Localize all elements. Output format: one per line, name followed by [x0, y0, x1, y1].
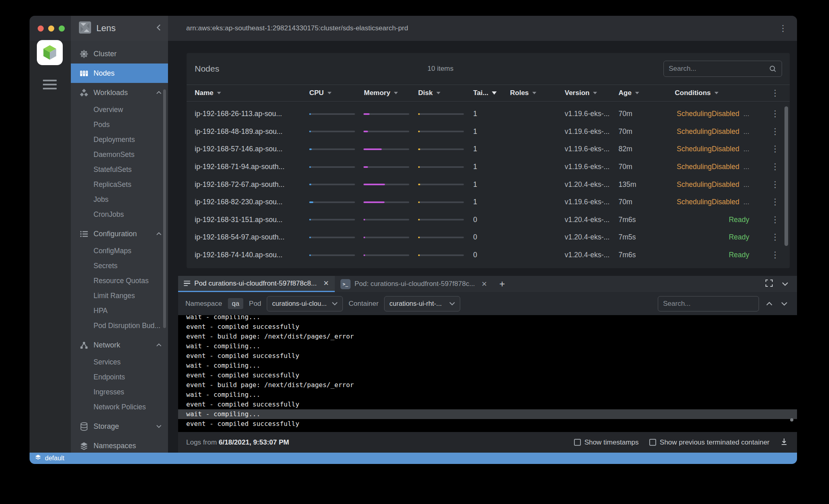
sidebar-item-services[interactable]: Services [71, 355, 168, 370]
close-window-button[interactable] [38, 25, 44, 32]
table-row[interactable]: ip-192-168-72-67.ap-south... 1 v1.20.4-e… [187, 176, 790, 193]
sidebar-item-namespaces[interactable]: Namespaces [71, 436, 168, 453]
sidebar-item-storage[interactable]: Storage [71, 417, 168, 436]
sidebar-item-network[interactable]: Network [71, 335, 168, 355]
workloads-cubes-icon [79, 88, 89, 97]
sidebar-item-configmaps[interactable]: ConfigMaps [71, 244, 168, 258]
sidebar-item-overview[interactable]: Overview [71, 102, 168, 117]
sidebar-item-limit-ranges[interactable]: Limit Ranges [71, 288, 168, 303]
column-header-age[interactable]: Age [619, 89, 675, 97]
chevron-up-icon [156, 232, 162, 235]
collapse-sidebar-icon[interactable] [156, 24, 162, 33]
log-scrollbar[interactable] [790, 418, 793, 421]
close-tab-icon[interactable]: ✕ [481, 280, 487, 288]
table-row[interactable]: ip-192-168-26-113.ap-sou... 1 v1.19.6-ek… [187, 105, 790, 123]
row-menu-kebab-icon[interactable]: ⋮ [771, 110, 780, 118]
tab-pod-logs[interactable]: Pod curations-ui-cloudfront-597f878c8...… [178, 276, 335, 292]
row-menu-kebab-icon[interactable]: ⋮ [771, 216, 780, 224]
log-line: event - compiled successfully [178, 322, 797, 332]
sidebar-item-jobs[interactable]: Jobs [71, 192, 168, 207]
fullscreen-icon[interactable] [765, 279, 773, 289]
show-previous-container-checkbox[interactable]: Show previous terminated container [649, 438, 769, 447]
cpu-bar [309, 219, 355, 220]
sidebar-item-daemonsets[interactable]: DaemonSets [71, 147, 168, 162]
sidebar-item-secrets[interactable]: Secrets [71, 258, 168, 273]
cpu-bar [309, 148, 355, 150]
show-timestamps-checkbox[interactable]: Show timestamps [574, 438, 639, 447]
column-header-roles[interactable]: Roles [501, 89, 565, 97]
table-row[interactable]: ip-192-168-48-189.ap-sou... 1 v1.19.6-ek… [187, 123, 790, 141]
close-tab-icon[interactable]: ✕ [323, 279, 329, 288]
active-namespace[interactable]: default [45, 455, 64, 462]
sidebar-item-replicasets[interactable]: ReplicaSets [71, 177, 168, 192]
sidebar-item-pod-disruption-budgets[interactable]: Pod Disruption Bud... [71, 318, 168, 333]
nodes-panel: Nodes 10 items Name CPU Memory Disk [187, 53, 790, 268]
tab-pod-shell[interactable]: >_ Pod: curations-ui-cloudfront-597f878c… [335, 276, 493, 292]
column-header-cpu[interactable]: CPU [302, 89, 356, 97]
cpu-bar [309, 166, 355, 168]
namespace-badge: qa [228, 298, 243, 309]
column-header-memory[interactable]: Memory [356, 89, 411, 97]
column-header-name[interactable]: Name [195, 89, 302, 97]
pod-select[interactable]: curations-ui-clou... [267, 296, 343, 311]
titlebar: Lens arn:aws:eks:ap-southeast-1:29821433… [30, 16, 797, 41]
dock-tabbar: Pod curations-ui-cloudfront-597f878c8...… [178, 276, 797, 292]
sidebar-item-ingresses[interactable]: Ingresses [71, 385, 168, 400]
sidebar-item-deployments[interactable]: Deployments [71, 132, 168, 147]
disk-bar [418, 148, 464, 150]
row-menu-kebab-icon[interactable]: ⋮ [771, 251, 780, 259]
sidebar-item-hpa[interactable]: HPA [71, 303, 168, 318]
column-header-conditions[interactable]: Conditions [675, 89, 764, 97]
row-menu-kebab-icon[interactable]: ⋮ [771, 198, 780, 206]
previous-match-chevron-icon[interactable] [765, 300, 774, 307]
table-row[interactable]: ip-192-168-57-146.ap-sou... 1 v1.19.6-ek… [187, 140, 790, 158]
cluster-title-bar: arn:aws:eks:ap-southeast-1:298214330175:… [168, 16, 797, 41]
column-header-taints[interactable]: Tai... [466, 89, 501, 97]
sidebar-item-pods[interactable]: Pods [71, 117, 168, 132]
row-menu-kebab-icon[interactable]: ⋮ [771, 145, 780, 153]
row-menu-kebab-icon[interactable]: ⋮ [771, 127, 780, 136]
download-logs-icon[interactable] [780, 438, 788, 447]
new-tab-button[interactable]: + [493, 276, 512, 292]
main-area: Nodes 10 items Name CPU Memory Disk [168, 41, 797, 453]
window-controls [30, 16, 71, 41]
table-row[interactable]: ip-192-168-74-140.ap-sou... 0 v1.20.4-ek… [187, 246, 790, 264]
sidebar-item-resource-quotas[interactable]: Resource Quotas [71, 273, 168, 288]
zoom-window-button[interactable] [59, 25, 65, 32]
sidebar-item-statefulsets[interactable]: StatefulSets [71, 162, 168, 177]
log-line: wait - compiling... [178, 390, 797, 400]
memory-bar [363, 184, 409, 185]
nodes-panel-header: Nodes 10 items [187, 53, 790, 85]
container-select[interactable]: curations-ui-rht-... [384, 296, 460, 311]
window-menu-kebab-icon[interactable]: ⋮ [779, 24, 787, 33]
sidebar-item-cronjobs[interactable]: CronJobs [71, 207, 168, 222]
sidebar-item-endpoints[interactable]: Endpoints [71, 370, 168, 385]
log-search-input[interactable] [663, 300, 752, 308]
table-row[interactable]: ip-192-168-82-230.ap-sou... 1 v1.19.6-ek… [187, 193, 790, 211]
minimize-window-button[interactable] [48, 25, 54, 32]
sidebar-item-nodes[interactable]: Nodes [71, 64, 168, 83]
chevron-down-icon [156, 425, 162, 428]
log-output[interactable]: wait - compiling... event - compiled suc… [178, 315, 797, 432]
row-menu-kebab-icon[interactable]: ⋮ [771, 180, 780, 189]
column-settings-kebab-icon[interactable]: ⋮ [771, 89, 780, 97]
next-match-chevron-icon[interactable] [780, 300, 789, 307]
log-line: wait - compiling... [178, 315, 797, 322]
row-menu-kebab-icon[interactable]: ⋮ [771, 163, 780, 171]
sidebar-item-cluster[interactable]: Cluster [71, 44, 168, 64]
table-row[interactable]: ip-192-168-31-151.ap-sou... 0 v1.20.4-ek… [187, 211, 790, 229]
nodes-search-input[interactable] [669, 65, 765, 73]
column-header-version[interactable]: Version [565, 89, 619, 97]
column-header-disk[interactable]: Disk [411, 89, 466, 97]
table-scrollbar[interactable] [784, 106, 788, 246]
collapse-dock-chevron-icon[interactable] [782, 280, 788, 288]
active-cluster-tile[interactable] [37, 40, 63, 65]
sidebar-scrollbar[interactable] [163, 89, 166, 328]
sidebar-item-configuration[interactable]: Configuration [71, 224, 168, 244]
sidebar-item-workloads[interactable]: Workloads [71, 83, 168, 102]
sidebar-item-network-policies[interactable]: Network Policies [71, 400, 168, 415]
hamburger-menu-icon[interactable] [43, 80, 57, 89]
table-row[interactable]: ip-192-168-71-94.ap-south... 1 v1.19.6-e… [187, 158, 790, 176]
table-row[interactable]: ip-192-168-54-97.ap-south... 0 v1.20.4-e… [187, 229, 790, 246]
row-menu-kebab-icon[interactable]: ⋮ [771, 233, 780, 241]
